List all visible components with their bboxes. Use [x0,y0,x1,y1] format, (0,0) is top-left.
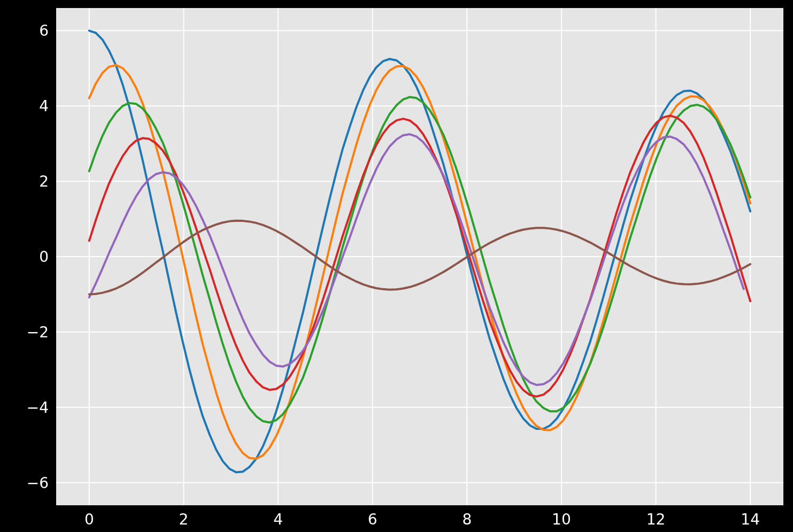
y-tick-label: 0 [39,248,49,266]
x-tick-label: 6 [368,511,378,528]
y-tick-label: −2 [27,323,49,341]
figure: 02468101214 −6−4−20246 [0,0,793,532]
x-tick-label: 12 [646,511,666,528]
x-tick-label: 8 [462,511,472,528]
x-tick-label: 10 [552,511,571,528]
series-2 [89,65,750,459]
x-tick-label: 0 [84,511,94,528]
series-1 [89,30,750,472]
x-tick-label: 14 [741,511,760,528]
series-3 [89,97,750,422]
y-tick-label: 2 [39,173,49,190]
y-tick-label: −4 [27,398,49,416]
y-tick-label: −6 [27,474,49,491]
x-tick-label: 2 [179,511,189,528]
plot-svg [56,8,783,505]
x-tick-label: 4 [273,511,283,528]
y-tick-label: 6 [39,22,49,40]
y-tick-label: 4 [39,97,49,115]
